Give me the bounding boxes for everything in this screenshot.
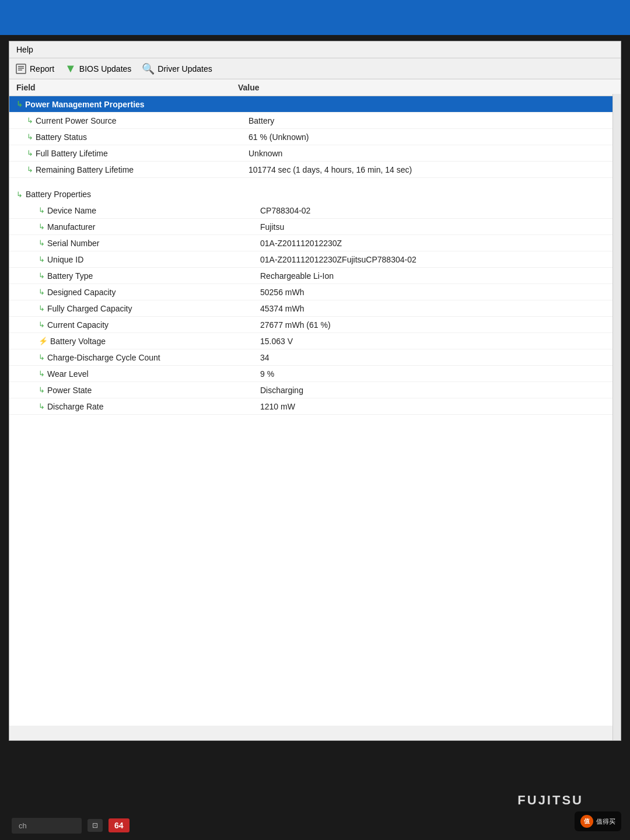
current-capacity-value: 27677 mWh (61 %) <box>260 320 614 330</box>
cc-arrow-icon: ↳ <box>38 320 45 329</box>
dr-arrow-icon: ↳ <box>38 402 45 411</box>
full-battery-lifetime-value: Unknown <box>249 149 614 158</box>
cdcc-arrow-icon: ↳ <box>38 353 45 362</box>
battery-voltage-field: ⚡ Battery Voltage <box>38 337 260 346</box>
dc-arrow-icon: ↳ <box>38 288 45 296</box>
fully-charged-capacity-row: ↳ Fully Charged Capacity 45374 mWh <box>9 300 621 317</box>
battery-type-value: Rechargeable Li-Ion <box>260 271 614 281</box>
charge-discharge-cycle-count-value: 34 <box>260 353 614 362</box>
taskbar-icon[interactable]: ⊡ <box>88 819 103 832</box>
battery-voltage-row: ⚡ Battery Voltage 15.063 V <box>9 333 621 349</box>
bios-arrow-icon: ▼ <box>65 62 76 75</box>
device-name-field: ↳ Device Name <box>38 206 260 215</box>
watermark-label: 值得买 <box>596 817 615 826</box>
watermark: 值 值得买 <box>575 811 621 831</box>
rbl-arrow-icon: ↳ <box>27 165 33 174</box>
search-input[interactable] <box>12 818 82 834</box>
fully-charged-capacity-field: ↳ Fully Charged Capacity <box>38 304 260 313</box>
menu-bar: Help <box>9 41 621 58</box>
bt-arrow-icon: ↳ <box>38 271 45 280</box>
cps-arrow-icon: ↳ <box>27 116 33 125</box>
battery-voltage-value: 15.063 V <box>260 337 614 346</box>
current-power-source-row: ↳ Current Power Source Battery <box>9 113 621 129</box>
wear-level-row: ↳ Wear Level 9 % <box>9 366 621 382</box>
power-state-value: Discharging <box>260 386 614 395</box>
report-label: Report <box>30 64 54 74</box>
remaining-battery-lifetime-field: ↳ Remaining Battery Lifetime <box>27 165 249 174</box>
designed-capacity-row: ↳ Designed Capacity 50256 mWh <box>9 284 621 300</box>
serial-number-field: ↳ Serial Number <box>38 239 260 248</box>
serial-number-row: ↳ Serial Number 01A-Z201112012230Z <box>9 235 621 251</box>
bios-updates-button[interactable]: ▼ BIOS Updates <box>65 62 131 75</box>
battery-status-row: ↳ Battery Status 61 % (Unknown) <box>9 129 621 145</box>
manufacturer-row: ↳ Manufacturer Fujitsu <box>9 219 621 235</box>
taskbar-badge: 64 <box>108 818 130 832</box>
taskbar: ⊡ 64 <box>0 811 630 840</box>
bs-arrow-icon: ↳ <box>27 132 33 141</box>
svg-rect-0 <box>16 64 26 74</box>
app-window: Help Report ▼ BIOS Updates 🔍 Driver Upda… <box>9 41 621 741</box>
wl-arrow-icon: ↳ <box>38 369 45 378</box>
driver-updates-button[interactable]: 🔍 Driver Updates <box>142 62 212 75</box>
top-bar <box>0 0 630 35</box>
spacer-1 <box>9 178 621 186</box>
manufacturer-value: Fujitsu <box>260 222 614 232</box>
sn-arrow-icon: ↳ <box>38 239 45 247</box>
fujitsu-logo: FUJITSU <box>517 793 583 808</box>
wear-level-field: ↳ Wear Level <box>38 369 260 379</box>
battery-type-row: ↳ Battery Type Rechargeable Li-Ion <box>9 268 621 284</box>
uid-arrow-icon: ↳ <box>38 255 45 264</box>
current-power-source-value: Battery <box>249 116 614 125</box>
device-name-value: CP788304-02 <box>260 206 614 215</box>
power-state-row: ↳ Power State Discharging <box>9 382 621 398</box>
charge-discharge-cycle-count-field: ↳ Charge-Discharge Cycle Count <box>38 353 260 362</box>
designed-capacity-field: ↳ Designed Capacity <box>38 288 260 297</box>
bv-bolt-icon: ⚡ <box>38 337 48 345</box>
full-battery-lifetime-row: ↳ Full Battery Lifetime Unknown <box>9 145 621 162</box>
current-capacity-field: ↳ Current Capacity <box>38 320 260 330</box>
discharge-rate-field: ↳ Discharge Rate <box>38 402 260 411</box>
fbl-arrow-icon: ↳ <box>27 149 33 158</box>
report-button[interactable]: Report <box>15 63 54 75</box>
watermark-icon: 值 <box>580 815 593 828</box>
ps-arrow-icon: ↳ <box>38 386 45 394</box>
remaining-battery-lifetime-value: 101774 sec (1 days, 4 hours, 16 min, 14 … <box>249 165 614 174</box>
remaining-battery-lifetime-row: ↳ Remaining Battery Lifetime 101774 sec … <box>9 162 621 178</box>
table-header: Field Value <box>9 79 621 96</box>
power-management-section: ↳ Power Management Properties <box>9 96 621 113</box>
battery-type-field: ↳ Battery Type <box>38 271 260 281</box>
current-capacity-row: ↳ Current Capacity 27677 mWh (61 %) <box>9 317 621 333</box>
bp-arrow-icon: ↳ <box>16 190 23 199</box>
serial-number-value: 01A-Z201112012230Z <box>260 239 614 248</box>
scrollbar[interactable] <box>612 94 621 740</box>
power-management-label: ↳ Power Management Properties <box>16 100 238 109</box>
col-value-header: Value <box>238 83 614 92</box>
manufacturer-field: ↳ Manufacturer <box>38 222 260 232</box>
driver-updates-label: Driver Updates <box>158 64 212 74</box>
help-menu[interactable]: Help <box>16 45 33 54</box>
unique-id-value: 01A-Z201112012230ZFujitsuCP788304-02 <box>260 255 614 264</box>
discharge-rate-value: 1210 mW <box>260 402 614 411</box>
charge-discharge-cycle-count-row: ↳ Charge-Discharge Cycle Count 34 <box>9 349 621 366</box>
battery-status-value: 61 % (Unknown) <box>249 132 614 142</box>
driver-search-icon: 🔍 <box>142 62 155 75</box>
device-name-row: ↳ Device Name CP788304-02 <box>9 202 621 219</box>
mfr-arrow-icon: ↳ <box>38 222 45 231</box>
unique-id-row: ↳ Unique ID 01A-Z201112012230ZFujitsuCP7… <box>9 251 621 268</box>
current-power-source-field: ↳ Current Power Source <box>27 116 249 125</box>
fcc-arrow-icon: ↳ <box>38 304 45 313</box>
power-state-field: ↳ Power State <box>38 386 260 395</box>
full-battery-lifetime-field: ↳ Full Battery Lifetime <box>27 149 249 158</box>
col-field-header: Field <box>16 83 238 92</box>
discharge-rate-row: ↳ Discharge Rate 1210 mW <box>9 398 621 415</box>
unique-id-field: ↳ Unique ID <box>38 255 260 264</box>
power-arrow-icon: ↳ <box>16 100 23 108</box>
fully-charged-capacity-value: 45374 mWh <box>260 304 614 313</box>
battery-status-field: ↳ Battery Status <box>27 132 249 142</box>
toolbar: Report ▼ BIOS Updates 🔍 Driver Updates <box>9 58 621 79</box>
content-area[interactable]: Field Value ↳ Power Management Propertie… <box>9 79 621 726</box>
report-icon <box>15 63 27 75</box>
designed-capacity-value: 50256 mWh <box>260 288 614 297</box>
dn-arrow-icon: ↳ <box>38 206 45 215</box>
bios-updates-label: BIOS Updates <box>79 64 132 74</box>
